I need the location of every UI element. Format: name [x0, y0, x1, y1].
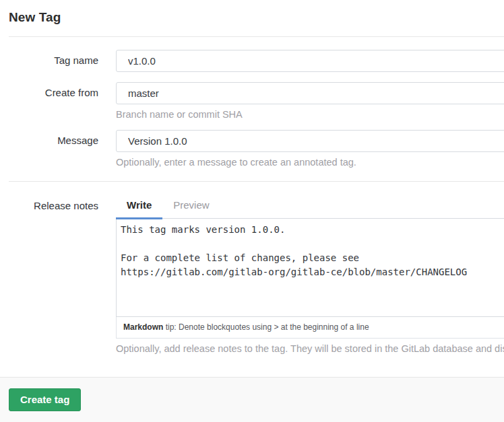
- create-from-input[interactable]: [116, 82, 504, 104]
- release-notes-label: Release notes: [0, 195, 98, 211]
- markdown-tip-text: tip: Denote blockquotes using > at the b…: [163, 322, 369, 332]
- tab-preview[interactable]: Preview: [162, 192, 220, 219]
- new-tag-form: Tag name Create from Branch name or comm…: [0, 37, 504, 354]
- release-notes-textarea[interactable]: This tag marks version 1.0.0. For a comp…: [116, 218, 504, 317]
- message-help: Optionally, enter a message to create an…: [116, 157, 504, 168]
- message-label: Message: [0, 130, 98, 146]
- create-tag-button[interactable]: Create tag: [9, 388, 81, 411]
- tag-name-label: Tag name: [0, 50, 98, 66]
- form-actions-footer: Create tag: [0, 377, 504, 422]
- message-input[interactable]: [116, 130, 504, 152]
- create-from-label: Create from: [0, 82, 98, 98]
- create-from-help: Branch name or commit SHA: [116, 109, 504, 120]
- message-row: Message Optionally, enter a message to c…: [0, 130, 504, 168]
- page-title: New Tag: [9, 10, 495, 25]
- release-notes-row: Release notes Write Preview This tag mar…: [0, 195, 504, 354]
- tag-name-input[interactable]: [116, 50, 504, 72]
- section-divider: [9, 181, 504, 182]
- tab-write[interactable]: Write: [116, 192, 162, 219]
- page-header: New Tag: [0, 0, 504, 25]
- tag-name-row: Tag name: [0, 50, 504, 72]
- markdown-tip: Markdown tip: Denote blockquotes using >…: [116, 317, 504, 339]
- create-from-row: Create from Branch name or commit SHA: [0, 82, 504, 120]
- markdown-tabs: Write Preview: [116, 192, 504, 219]
- release-notes-help: Optionally, add release notes to the tag…: [116, 343, 504, 354]
- markdown-tip-bold: Markdown: [123, 322, 163, 332]
